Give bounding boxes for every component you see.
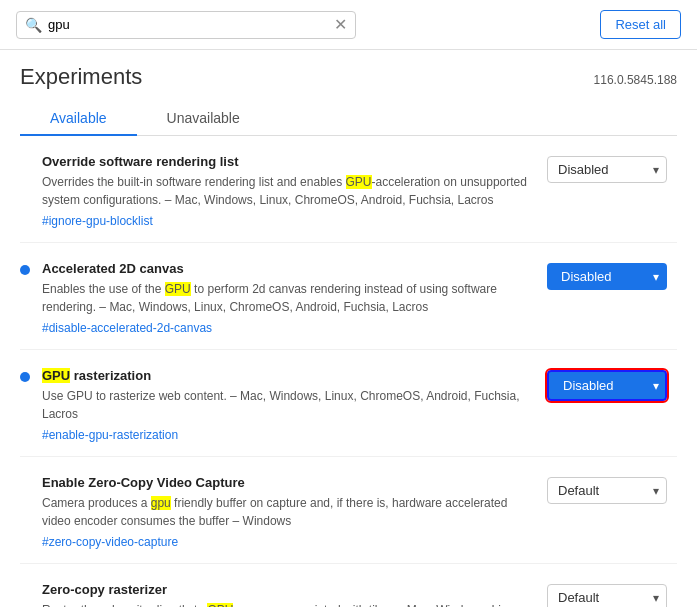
experiment-3-select[interactable]: Disabled Default Enabled — [547, 370, 667, 401]
experiment-3-control: Disabled Default Enabled — [547, 368, 677, 401]
experiment-1-select-wrapper: Disabled Default Enabled — [547, 156, 667, 183]
experiment-accelerated-2d: Accelerated 2D canvas Enables the use of… — [20, 261, 677, 350]
experiment-3-desc: Use GPU to rasterize web content. – Mac,… — [42, 387, 535, 423]
experiment-3-link[interactable]: #enable-gpu-rasterization — [42, 428, 178, 442]
experiment-3-text: GPU rasterization Use GPU to rasterize w… — [42, 368, 535, 442]
experiment-4-control: Default Disabled Enabled — [547, 475, 677, 504]
experiment-zero-copy-video: Enable Zero-Copy Video Capture Camera pr… — [20, 475, 677, 564]
blue-dot-2 — [20, 265, 30, 275]
top-bar: 🔍 ✕ Reset all — [0, 0, 697, 50]
experiment-1-desc: Overrides the built-in software renderin… — [42, 173, 535, 209]
no-dot-5 — [20, 582, 30, 592]
experiment-1-select[interactable]: Disabled Default Enabled — [547, 156, 667, 183]
tabs: Available Unavailable — [20, 102, 677, 136]
main-content: Experiments 116.0.5845.188 Available Una… — [0, 50, 697, 607]
experiment-5-desc: Raster threads write directly to GPU mem… — [42, 601, 535, 607]
experiment-5-select[interactable]: Default Disabled Enabled — [547, 584, 667, 607]
blue-dot-3 — [20, 372, 30, 382]
no-dot-4 — [20, 475, 30, 485]
search-icon: 🔍 — [25, 17, 42, 33]
experiment-4-name: Enable Zero-Copy Video Capture — [42, 475, 535, 490]
tab-unavailable[interactable]: Unavailable — [137, 102, 270, 136]
experiment-5-control: Default Disabled Enabled — [547, 582, 677, 607]
experiment-4-select[interactable]: Default Disabled Enabled — [547, 477, 667, 504]
version-number: 116.0.5845.188 — [594, 73, 677, 87]
experiment-4-desc: Camera produces a gpu friendly buffer on… — [42, 494, 535, 530]
experiment-3-select-wrapper: Disabled Default Enabled — [547, 370, 667, 401]
experiment-1-text: Override software rendering list Overrid… — [42, 154, 535, 228]
header-row: Experiments 116.0.5845.188 — [20, 64, 677, 90]
experiment-5-select-wrapper: Default Disabled Enabled — [547, 584, 667, 607]
reset-all-button[interactable]: Reset all — [600, 10, 681, 39]
experiment-5-text: Zero-copy rasterizer Raster threads writ… — [42, 582, 535, 607]
experiment-2-link[interactable]: #disable-accelerated-2d-canvas — [42, 321, 212, 335]
experiment-3-name: GPU rasterization — [42, 368, 535, 383]
experiment-1-link[interactable]: #ignore-gpu-blocklist — [42, 214, 153, 228]
experiment-2-select[interactable]: Disabled Default Enabled — [547, 263, 667, 290]
experiment-2-name: Accelerated 2D canvas — [42, 261, 535, 276]
page-title: Experiments — [20, 64, 142, 90]
experiment-2-desc: Enables the use of the GPU to perform 2d… — [42, 280, 535, 316]
experiment-4-text: Enable Zero-Copy Video Capture Camera pr… — [42, 475, 535, 549]
search-input[interactable] — [48, 17, 334, 32]
experiment-2-control: Disabled Default Enabled — [547, 261, 677, 290]
experiment-2-text: Accelerated 2D canvas Enables the use of… — [42, 261, 535, 335]
experiment-4-select-wrapper: Default Disabled Enabled — [547, 477, 667, 504]
clear-icon[interactable]: ✕ — [334, 17, 347, 33]
no-dot-1 — [20, 154, 30, 164]
experiment-1-control: Disabled Default Enabled — [547, 154, 677, 183]
experiment-1-name: Override software rendering list — [42, 154, 535, 169]
experiment-gpu-rasterization: GPU rasterization Use GPU to rasterize w… — [20, 368, 677, 457]
tab-available[interactable]: Available — [20, 102, 137, 136]
experiment-zero-copy-raster: Zero-copy rasterizer Raster threads writ… — [20, 582, 677, 607]
search-box: 🔍 ✕ — [16, 11, 356, 39]
experiment-2-select-wrapper: Disabled Default Enabled — [547, 263, 667, 290]
experiment-5-name: Zero-copy rasterizer — [42, 582, 535, 597]
experiment-override-software: Override software rendering list Overrid… — [20, 154, 677, 243]
experiment-4-link[interactable]: #zero-copy-video-capture — [42, 535, 178, 549]
